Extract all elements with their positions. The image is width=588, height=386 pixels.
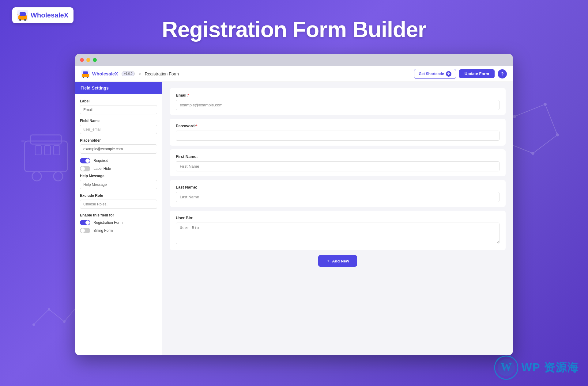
browser-titlebar xyxy=(75,54,513,66)
email-preview-input[interactable] xyxy=(176,100,499,110)
exclude-role-input[interactable] xyxy=(80,200,157,209)
svg-rect-27 xyxy=(82,74,89,77)
svg-point-2 xyxy=(32,172,41,181)
traffic-light-red[interactable] xyxy=(80,58,84,62)
firstname-field-row: First Name: xyxy=(170,149,506,176)
svg-point-12 xyxy=(531,152,534,155)
traffic-light-yellow[interactable] xyxy=(86,58,90,62)
svg-rect-5 xyxy=(35,146,41,155)
password-preview-input[interactable] xyxy=(176,131,499,141)
registration-toggle-row: Registration Form xyxy=(80,220,157,225)
add-new-button[interactable]: ＋ Add New xyxy=(318,255,357,267)
help-message-input[interactable] xyxy=(80,180,157,189)
app-header: WholesaleX v1.0.0 > Registration Form Ge… xyxy=(75,66,513,82)
exclude-role-label: Exclude Role xyxy=(80,193,157,198)
panel-body: Label Field Name Placeholder Required xyxy=(75,94,162,243)
wp-text-block: WP 资源海 xyxy=(522,360,579,375)
svg-point-3 xyxy=(54,172,63,181)
shortcode-icon: ⚙ xyxy=(446,71,451,77)
svg-point-29 xyxy=(83,77,84,78)
label-hide-toggle-row: Label Hide xyxy=(80,166,157,171)
breadcrumb-separator: > xyxy=(138,71,141,76)
svg-point-10 xyxy=(544,103,547,106)
svg-point-11 xyxy=(556,133,559,136)
svg-rect-7 xyxy=(54,146,60,155)
help-message-label: Help Message: xyxy=(80,174,157,178)
page-heading: Registration Form Builder xyxy=(0,17,588,42)
add-new-row: ＋ Add New xyxy=(170,255,506,267)
app-logo-name: WholesaleX xyxy=(92,71,118,76)
svg-rect-28 xyxy=(83,71,88,74)
svg-point-17 xyxy=(63,320,66,323)
lastname-field-label: Last Name: xyxy=(176,185,499,189)
svg-rect-6 xyxy=(44,146,51,155)
traffic-light-green[interactable] xyxy=(93,58,97,62)
field-settings-panel: Field Settings Label Field Name Placehol… xyxy=(75,82,162,355)
email-field-row: Email:* xyxy=(170,88,506,115)
label-input[interactable] xyxy=(80,105,157,114)
form-preview-panel: Email:* Password:* First Name: Last Name… xyxy=(162,82,513,355)
userbio-preview-textarea[interactable] xyxy=(176,223,499,244)
password-field-label: Password:* xyxy=(176,124,499,128)
field-name-input[interactable] xyxy=(80,125,157,134)
svg-point-16 xyxy=(48,308,50,311)
required-label: Required xyxy=(93,159,108,163)
wp-label: WP 资源海 xyxy=(522,360,579,375)
label-hide-toggle[interactable] xyxy=(80,166,90,171)
header-actions: Get Shortcode ⚙ Update Form ? xyxy=(414,69,507,79)
wordpress-logo: W xyxy=(494,355,518,380)
breadcrumb-current: Registration Form xyxy=(145,71,179,76)
app-logo: WholesaleX xyxy=(81,70,118,78)
registration-form-label: Registration Form xyxy=(93,220,123,225)
email-field-label: Email:* xyxy=(176,93,499,97)
enable-field-label: Enable this field for xyxy=(80,213,157,217)
lastname-preview-input[interactable] xyxy=(176,192,499,202)
label-field-group: Label xyxy=(80,99,157,114)
label-field-label: Label xyxy=(80,99,157,103)
password-field-row: Password:* xyxy=(170,119,506,146)
get-shortcode-button[interactable]: Get Shortcode ⚙ xyxy=(414,69,456,79)
billing-form-toggle[interactable] xyxy=(80,228,90,233)
help-message-group: Help Message: xyxy=(80,174,157,189)
svg-point-30 xyxy=(87,77,88,78)
placeholder-input[interactable] xyxy=(80,144,157,154)
exclude-role-group: Exclude Role xyxy=(80,193,157,209)
app-content: Field Settings Label Field Name Placehol… xyxy=(75,82,513,355)
add-new-label: Add New xyxy=(332,259,349,263)
svg-rect-1 xyxy=(31,135,61,144)
field-name-label: Field Name xyxy=(80,119,157,123)
placeholder-group: Placeholder xyxy=(80,138,157,154)
version-badge: v1.0.0 xyxy=(122,71,135,76)
svg-point-9 xyxy=(513,115,516,118)
add-icon: ＋ xyxy=(326,258,330,264)
billing-form-label: Billing Form xyxy=(93,228,113,233)
required-toggle-row: Required xyxy=(80,158,157,163)
billing-toggle-row: Billing Form xyxy=(80,228,157,233)
svg-rect-22 xyxy=(20,12,26,16)
svg-text:W: W xyxy=(501,361,512,373)
userbio-field-row: User Bio: xyxy=(170,211,506,250)
update-form-button[interactable]: Update Form xyxy=(459,69,495,78)
help-button[interactable]: ? xyxy=(498,69,507,78)
svg-point-15 xyxy=(32,323,35,326)
app-logo-icon xyxy=(81,70,90,78)
required-toggle[interactable] xyxy=(80,158,90,163)
field-name-group: Field Name xyxy=(80,119,157,134)
wp-watermark: W WP 资源海 xyxy=(494,355,579,380)
placeholder-label: Placeholder xyxy=(80,138,157,143)
lastname-field-row: Last Name: xyxy=(170,180,506,207)
enable-field-group: Enable this field for Registration Form … xyxy=(80,213,157,233)
browser-window: WholesaleX v1.0.0 > Registration Form Ge… xyxy=(75,54,513,355)
panel-header: Field Settings xyxy=(75,82,162,94)
label-hide-label: Label Hide xyxy=(93,166,111,171)
firstname-preview-input[interactable] xyxy=(176,161,499,171)
registration-form-toggle[interactable] xyxy=(80,220,90,225)
userbio-field-label: User Bio: xyxy=(176,216,499,220)
svg-rect-0 xyxy=(24,141,67,172)
firstname-field-label: First Name: xyxy=(176,154,499,159)
